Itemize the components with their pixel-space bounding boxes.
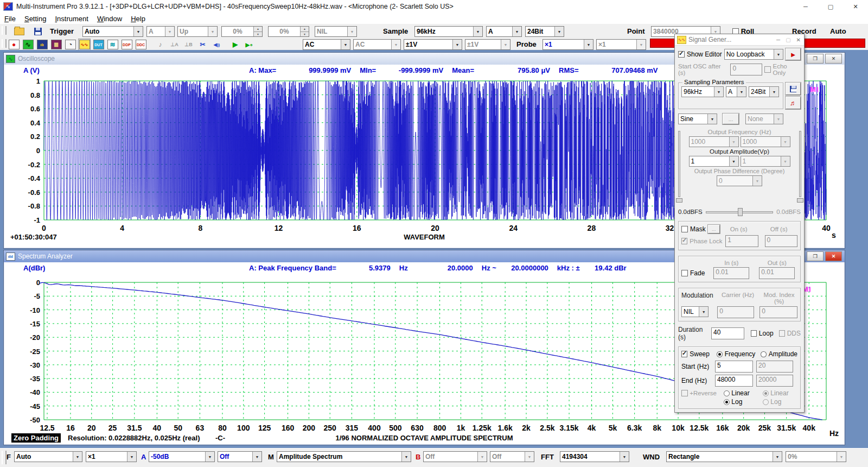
close-icon[interactable]: ✕	[796, 37, 801, 43]
toolbar-grip[interactable]	[2, 39, 7, 48]
menu-file[interactable]: File	[0, 14, 20, 24]
scale-log-b-radio[interactable]	[763, 399, 769, 405]
menu-instrument[interactable]: Instrument	[50, 14, 92, 24]
balance-slider[interactable]	[705, 208, 775, 216]
play-icon[interactable]: ▶	[229, 39, 241, 51]
restore-window-icon[interactable]: ❒	[807, 251, 824, 261]
loopback-select[interactable]: No Loopback▼	[724, 49, 783, 60]
signal-generator-icon[interactable]: ∿∿	[78, 39, 91, 51]
close-button[interactable]: ✕	[843, 0, 868, 13]
sound-settings-icon[interactable]: ✂	[196, 39, 209, 51]
sweep-amplitude-radio[interactable]	[761, 351, 766, 357]
mask-on-input[interactable]: 1	[725, 235, 758, 247]
multimeter-icon[interactable]: ◔	[64, 39, 76, 51]
toolbar-grip[interactable]	[2, 451, 7, 464]
sweep-checkbox[interactable]	[681, 351, 687, 357]
range-a-select[interactable]: ±1V▼	[404, 39, 462, 50]
probe-a-select[interactable]: ×1▼	[542, 39, 593, 50]
phase-select[interactable]: 0▼	[717, 175, 762, 186]
sampling-rate-select[interactable]: 96kHz▼	[414, 26, 483, 37]
amplitude-slider-left[interactable]	[676, 129, 682, 206]
sampling-channel-select[interactable]: A▼	[486, 26, 522, 37]
ddc-viewer-icon[interactable]: DDC	[135, 39, 147, 51]
a-ref-select[interactable]: Off▼	[218, 451, 262, 462]
mask-more-button[interactable]: ...	[708, 225, 720, 234]
sweep-frequency-radio[interactable]	[717, 351, 722, 357]
sweep-end-b-input[interactable]: 20000	[756, 375, 793, 387]
amp-b-select[interactable]: 1▼	[741, 156, 790, 167]
oscilloscope-icon[interactable]: ∿	[22, 39, 34, 51]
sweep-end-a-input[interactable]: 48000	[715, 375, 753, 387]
range-b-select[interactable]: ±1V▼	[465, 39, 510, 50]
spin-down-icon[interactable]: ▼	[253, 31, 262, 37]
freq-axis-select[interactable]: Auto▼	[14, 451, 82, 462]
trigger-marker-b-icon[interactable]: ⊥B	[182, 39, 195, 51]
music-notes-button[interactable]: ♬	[786, 97, 801, 109]
trigger-level-spinner[interactable]: 0%▲▼	[221, 26, 263, 37]
mod-index-input[interactable]: 0	[760, 306, 797, 318]
fade-in-input[interactable]: 0.01	[713, 267, 749, 279]
dds-checkbox[interactable]	[779, 330, 785, 337]
trigger-hpf-select[interactable]: NIL▼	[315, 26, 357, 37]
trigger-source-select[interactable]: A▼	[146, 26, 175, 37]
amp-a-select[interactable]: 1▼	[689, 156, 739, 167]
mask-off-input[interactable]: 0	[765, 235, 797, 247]
window-fn-select[interactable]: Rectangle▼	[666, 451, 782, 462]
bit-depth-select[interactable]: 24Bit▼	[525, 26, 564, 37]
minimize-button[interactable]: ─	[793, 0, 818, 13]
b-ref-select[interactable]: Off▼	[490, 451, 534, 462]
close-window-icon[interactable]: ✕	[825, 54, 842, 64]
trigger-edge-select[interactable]: Up▼	[177, 26, 218, 37]
amplitude-slider-right[interactable]	[797, 129, 803, 206]
siggen-save-button[interactable]	[786, 83, 801, 95]
reverse-checkbox[interactable]	[681, 390, 688, 396]
device-test-plan-icon[interactable]: DUT	[92, 39, 105, 51]
menu-window[interactable]: Window	[93, 14, 126, 24]
secondary-waveform-select[interactable]: None▼	[745, 113, 783, 124]
start-osc-input[interactable]: 0	[730, 64, 762, 75]
probe-b-select[interactable]: ×1▼	[596, 39, 646, 50]
show-editor-checkbox[interactable]	[678, 51, 685, 58]
trigger-mode-select[interactable]: Auto▼	[82, 26, 143, 37]
mask-checkbox[interactable]	[681, 226, 688, 232]
freq-a-select[interactable]: 1000▼	[689, 136, 739, 147]
ddp-viewer-icon[interactable]: DDP	[120, 39, 133, 51]
fade-checkbox[interactable]	[681, 270, 688, 276]
menu-setting[interactable]: Setting	[20, 14, 50, 24]
maximize-button[interactable]: ▢	[818, 0, 843, 13]
modulation-select[interactable]: NIL▼	[681, 306, 709, 317]
fade-out-input[interactable]: 0.01	[759, 267, 795, 279]
scale-linear-b-radio[interactable]	[763, 390, 769, 396]
overlap-select[interactable]: 0%▼	[786, 451, 846, 462]
siggen-run-button[interactable]: ▶	[786, 48, 801, 60]
coupling-a-select[interactable]: AC▼	[303, 39, 350, 50]
spin-up-icon[interactable]: ▲	[253, 27, 262, 31]
trigger-delay-spinner[interactable]: 0%▲▼	[268, 26, 309, 37]
waveform-more-button[interactable]: ...	[723, 113, 739, 124]
coupling-b-select[interactable]: AC▼	[353, 39, 401, 50]
spin-down-icon[interactable]: ▼	[300, 31, 309, 37]
siggen-bits-select[interactable]: 24Bit▼	[749, 86, 779, 97]
maximize-icon[interactable]: ▢	[786, 37, 790, 43]
toolbar-grip[interactable]	[2, 26, 7, 35]
spin-up-icon[interactable]: ▲	[300, 27, 309, 31]
siggen-titlebar[interactable]: ∿∿ Signal Gener... ─ ▢ ✕	[675, 34, 804, 46]
volume-icon[interactable]: ◀))	[210, 39, 223, 51]
trigger-marker-a-icon[interactable]: ⊥A	[168, 39, 181, 51]
siggen-channel-select[interactable]: A▼	[726, 86, 746, 97]
freq-b-select[interactable]: 1000▼	[741, 136, 790, 147]
spectrum-3d-icon[interactable]: ≋	[106, 39, 119, 51]
fft-size-select[interactable]: 4194304▼	[560, 451, 629, 462]
menu-help[interactable]: Help	[126, 14, 150, 24]
a-range-select[interactable]: -50dB▼	[149, 451, 215, 462]
b-range-select[interactable]: Off▼	[423, 451, 487, 462]
duration-input[interactable]: 40	[711, 327, 744, 339]
microphone-icon[interactable]: ♪	[154, 39, 167, 51]
minimize-icon[interactable]: ─	[776, 37, 780, 43]
mode-select[interactable]: Amplitude Spectrum▼	[277, 451, 411, 462]
waveform-select[interactable]: Sine▼	[678, 113, 717, 124]
save-file-button[interactable]	[31, 26, 44, 37]
x-multiplier-select[interactable]: ×1▼	[86, 451, 137, 462]
play-record-icon[interactable]: ▶∘	[243, 39, 256, 51]
scale-linear-a-radio[interactable]	[724, 390, 730, 396]
